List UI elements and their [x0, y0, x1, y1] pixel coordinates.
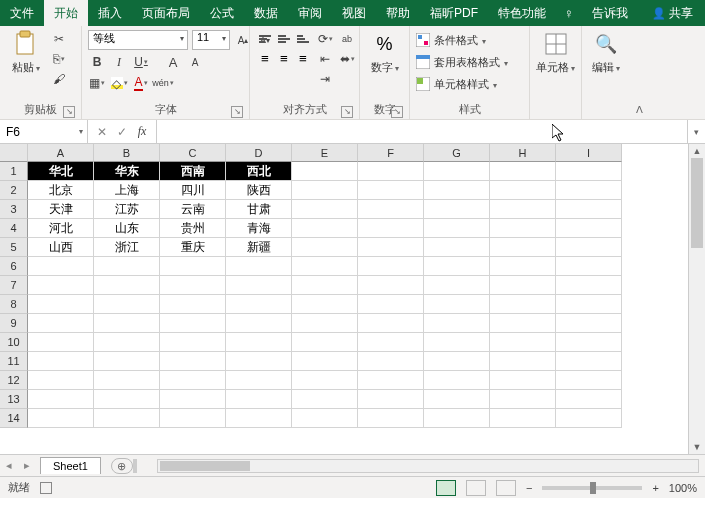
- cell[interactable]: [424, 276, 490, 295]
- menu-tab-help[interactable]: 帮助: [376, 0, 420, 26]
- select-all-corner[interactable]: [0, 144, 28, 162]
- row-header[interactable]: 13: [0, 390, 28, 409]
- cell[interactable]: [556, 162, 622, 181]
- cell[interactable]: [490, 371, 556, 390]
- cell[interactable]: [226, 314, 292, 333]
- cell[interactable]: [556, 276, 622, 295]
- scroll-up-arrow[interactable]: ▲: [689, 144, 705, 158]
- cell[interactable]: [94, 276, 160, 295]
- add-sheet-button[interactable]: ⊕: [111, 458, 133, 474]
- italic-button[interactable]: I: [110, 53, 128, 71]
- row-header[interactable]: 2: [0, 181, 28, 200]
- cell[interactable]: [160, 409, 226, 428]
- menu-tab-special[interactable]: 特色功能: [488, 0, 556, 26]
- cell-styles-button[interactable]: 单元格样式: [416, 74, 497, 94]
- cell[interactable]: [556, 409, 622, 428]
- cell[interactable]: 重庆: [160, 238, 226, 257]
- phonetic-button[interactable]: wén: [154, 74, 172, 92]
- row-header[interactable]: 5: [0, 238, 28, 257]
- menu-tab-foxit[interactable]: 福昕PDF: [420, 0, 488, 26]
- font-size-combo[interactable]: 11: [192, 30, 230, 50]
- cell[interactable]: [292, 219, 358, 238]
- cell[interactable]: [556, 333, 622, 352]
- font-name-combo[interactable]: 等线: [88, 30, 188, 50]
- orientation-button[interactable]: ⟳: [316, 30, 334, 48]
- cell[interactable]: [94, 257, 160, 276]
- tell-me[interactable]: 告诉我: [582, 0, 638, 26]
- cell[interactable]: 西南: [160, 162, 226, 181]
- column-header[interactable]: F: [358, 144, 424, 162]
- cell[interactable]: [292, 295, 358, 314]
- cell[interactable]: [226, 276, 292, 295]
- cell[interactable]: [424, 238, 490, 257]
- cell[interactable]: [94, 295, 160, 314]
- cell[interactable]: [424, 219, 490, 238]
- cell[interactable]: [424, 181, 490, 200]
- cell[interactable]: [424, 333, 490, 352]
- column-header[interactable]: B: [94, 144, 160, 162]
- cell[interactable]: [292, 409, 358, 428]
- menu-tab-formulas[interactable]: 公式: [200, 0, 244, 26]
- cell[interactable]: [556, 295, 622, 314]
- row-header[interactable]: 10: [0, 333, 28, 352]
- cell[interactable]: 河北: [28, 219, 94, 238]
- cell[interactable]: [292, 200, 358, 219]
- cell[interactable]: [358, 257, 424, 276]
- decrease-indent-button[interactable]: ⇤: [316, 50, 334, 68]
- cell[interactable]: [556, 390, 622, 409]
- format-painter-button[interactable]: 🖌: [50, 70, 68, 88]
- cell[interactable]: [358, 276, 424, 295]
- cell[interactable]: [490, 390, 556, 409]
- scroll-down-arrow[interactable]: ▼: [689, 440, 705, 454]
- cell[interactable]: [226, 333, 292, 352]
- cell[interactable]: [424, 314, 490, 333]
- cell[interactable]: [424, 295, 490, 314]
- cell[interactable]: [556, 200, 622, 219]
- cell[interactable]: [358, 409, 424, 428]
- formula-input[interactable]: [157, 120, 687, 143]
- cell[interactable]: [424, 200, 490, 219]
- expand-formula-bar[interactable]: ▾: [687, 120, 705, 143]
- cell[interactable]: [556, 181, 622, 200]
- cell[interactable]: 新疆: [226, 238, 292, 257]
- cell[interactable]: [94, 352, 160, 371]
- row-header[interactable]: 8: [0, 295, 28, 314]
- cell[interactable]: [358, 314, 424, 333]
- cell[interactable]: [160, 276, 226, 295]
- align-center[interactable]: ≡: [275, 49, 293, 67]
- menu-tab-layout[interactable]: 页面布局: [132, 0, 200, 26]
- cell[interactable]: [556, 238, 622, 257]
- tell-me-icon[interactable]: ♀: [556, 6, 582, 21]
- sheet-nav-next[interactable]: ▸: [18, 459, 36, 472]
- cell[interactable]: [490, 295, 556, 314]
- cell[interactable]: [490, 314, 556, 333]
- conditional-format-button[interactable]: 条件格式: [416, 30, 486, 50]
- cell[interactable]: 北京: [28, 181, 94, 200]
- editing-button[interactable]: 🔍 编辑: [588, 30, 624, 75]
- horizontal-scrollbar[interactable]: [157, 459, 699, 473]
- cell[interactable]: [160, 257, 226, 276]
- cell[interactable]: [226, 352, 292, 371]
- cell[interactable]: 山西: [28, 238, 94, 257]
- cell[interactable]: [28, 295, 94, 314]
- cell[interactable]: [94, 371, 160, 390]
- cell[interactable]: [292, 276, 358, 295]
- column-header[interactable]: D: [226, 144, 292, 162]
- macro-record-icon[interactable]: [40, 482, 52, 494]
- view-page-break-button[interactable]: [496, 480, 516, 496]
- cell[interactable]: [556, 314, 622, 333]
- cell[interactable]: [226, 409, 292, 428]
- menu-tab-home[interactable]: 开始: [44, 0, 88, 26]
- view-page-layout-button[interactable]: [466, 480, 486, 496]
- cell[interactable]: [490, 219, 556, 238]
- cell[interactable]: [490, 181, 556, 200]
- cell[interactable]: [490, 257, 556, 276]
- cell[interactable]: [490, 276, 556, 295]
- sheet-tab-1[interactable]: Sheet1: [40, 457, 101, 474]
- row-header[interactable]: 3: [0, 200, 28, 219]
- cell[interactable]: 华北: [28, 162, 94, 181]
- number-format-button[interactable]: % 数字: [366, 30, 403, 75]
- cell[interactable]: 甘肃: [226, 200, 292, 219]
- cell[interactable]: 四川: [160, 181, 226, 200]
- cut-button[interactable]: ✂: [50, 30, 68, 48]
